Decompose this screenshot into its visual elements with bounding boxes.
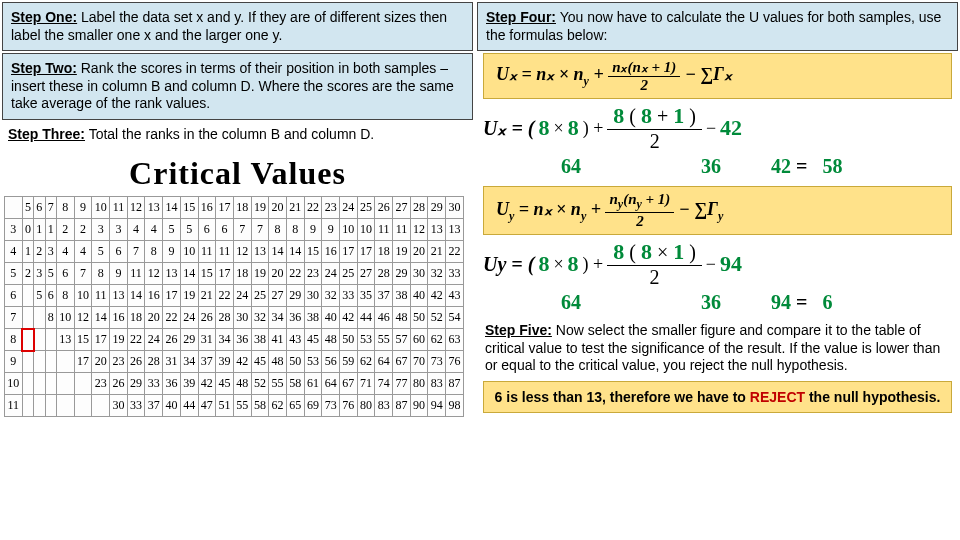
table-cell: 83 [428,373,446,395]
table-col-header: 5 [22,197,33,219]
table-col-header: 26 [375,197,393,219]
table-cell [34,395,45,417]
conc-b: the null hypothesis. [805,389,940,405]
table-cell: 4 [145,219,163,241]
table-cell: 5 [45,263,56,285]
table-cell: 45 [216,373,234,395]
table-cell: 33 [127,395,145,417]
table-cell [45,351,56,373]
step-two-box: Step Two: Rank the scores in terms of th… [2,53,473,120]
table-cell: 14 [180,263,198,285]
table-cell: 48 [233,373,251,395]
table-cell: 30 [304,285,322,307]
table-cell: 80 [357,395,375,417]
table-cell: 13 [446,219,464,241]
cux-nlp: ( [624,105,641,127]
table-cell: 33 [145,373,163,395]
cuy-times: × [553,254,563,275]
table-cell: 29 [393,263,411,285]
table-cell: 43 [286,329,304,351]
table-cell: 8 [92,263,110,285]
table-cell: 56 [322,351,340,373]
cux-n1: 8 [539,115,550,141]
table-cell [22,307,33,329]
table-cell: 28 [216,307,234,329]
table-cell: 55 [269,373,287,395]
step-three-text: Total the ranks in the column B and colu… [85,126,374,142]
table-row: 5235678911121314151718192022232425272829… [5,263,464,285]
cuy-rp: ) + [583,254,604,275]
table-cell: 9 [322,219,340,241]
table-cell: 20 [269,263,287,285]
table-cell: 76 [340,395,358,417]
table-cell: 77 [393,373,411,395]
table-cell: 24 [322,263,340,285]
rux-2: 36 [701,155,721,178]
table-col-header: 7 [45,197,56,219]
table-cell [57,373,75,395]
table-cell: 30 [233,307,251,329]
table-cell: 23 [304,263,322,285]
formula-uy: Uy = nₓ × ny + ny(ny + 1)2 − ∑Γy [483,186,952,235]
cuy-eqlp: = ( [506,253,534,275]
table-cell: 4 [74,241,92,263]
table-cell: 67 [340,373,358,395]
table-cell: 46 [375,307,393,329]
table-cell [34,373,45,395]
critical-values-title: Critical Values [0,147,475,196]
step-one-label: Step One: [11,9,77,25]
table-cell: 26 [110,373,128,395]
table-cell: 42 [233,351,251,373]
table-cell: 5 [163,219,181,241]
conc-reject: REJECT [750,389,805,405]
table-cell: 70 [410,351,428,373]
table-col-header: 23 [322,197,340,219]
table-cell: 2 [74,219,92,241]
table-cell: 32 [428,263,446,285]
table-cell: 20 [145,307,163,329]
table-row-header: 10 [5,373,23,395]
fuy-tail: − ∑Γ [674,199,718,219]
table-cell: 73 [428,351,446,373]
cuy-sy: y [497,253,506,275]
table-cell: 83 [375,395,393,417]
table-cell: 8 [269,219,287,241]
table-cell: 31 [198,329,216,351]
cux-sum: 42 [720,115,742,141]
step-five-text: Now select the smaller figure and compar… [485,322,940,373]
table-cell: 19 [180,285,198,307]
table-cell: 20 [92,351,110,373]
table-cell: 69 [304,395,322,417]
table-cell: 54 [446,307,464,329]
table-row: 1130333740444751555862656973768083879094… [5,395,464,417]
table-cell: 62 [357,351,375,373]
table-cell: 37 [375,285,393,307]
fux-plus: + [589,64,608,84]
table-cell [45,395,56,417]
table-cell: 38 [251,329,269,351]
table-cell: 40 [322,307,340,329]
fuy-nc: + 1) [642,191,671,207]
table-cell: 11 [393,219,411,241]
table-row: 4123445678910111112131414151617171819202… [5,241,464,263]
table-cell: 47 [198,395,216,417]
table-cell: 10 [180,241,198,263]
cux-nc: 1 [673,103,684,128]
table-cell [22,351,33,373]
conc-a: 6 is less than 13, therefore we have to [495,389,750,405]
table-cell: 22 [216,285,234,307]
cuy-nc: 1 [673,239,684,264]
table-cell: 42 [428,285,446,307]
table-cell [34,307,45,329]
table-cell: 38 [304,307,322,329]
table-cell: 1 [34,219,45,241]
table-cell: 26 [127,351,145,373]
table-cell: 73 [322,395,340,417]
table-cell: 5 [92,241,110,263]
table-cell: 62 [428,329,446,351]
table-cell: 4 [127,219,145,241]
table-cell: 27 [357,263,375,285]
table-cell: 50 [410,307,428,329]
fuy-na: n [609,191,617,207]
table-cell: 3 [92,219,110,241]
